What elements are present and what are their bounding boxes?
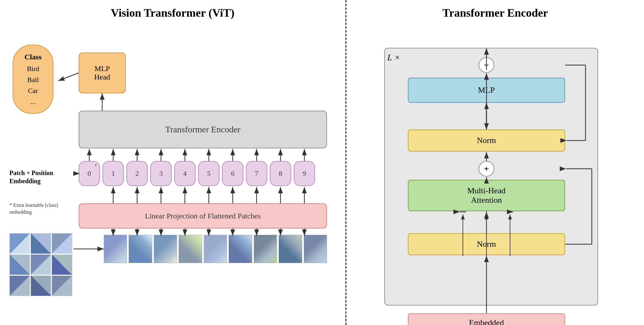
source-image-grid	[9, 233, 72, 296]
vit-title: Vision Transformer (ViT)	[6, 6, 339, 19]
l-times-label: L ×	[387, 52, 400, 63]
linear-proj-label: Linear Projection of Flattened Patches	[145, 212, 261, 220]
tokens-row: 0* 1 2 3 4 5 6 7 8 9	[79, 161, 327, 186]
mlp-head-label: MLPHead	[94, 64, 110, 81]
patch-pos-label: Patch + PositionEmbedding	[9, 169, 72, 185]
token-0: 0*	[79, 161, 100, 186]
img-cell-5	[31, 255, 51, 275]
class-label: Class	[25, 51, 42, 63]
token-6: 6	[222, 161, 243, 186]
patch-9	[304, 235, 327, 263]
token-8: 8	[270, 161, 291, 186]
class-ellipsis: ...	[31, 96, 36, 107]
patch-5	[204, 235, 227, 263]
token-4-label: 4	[183, 169, 187, 178]
class-bird: Bird	[27, 63, 39, 74]
token-5: 5	[198, 161, 219, 186]
img-cell-4	[10, 255, 30, 275]
left-panel: Vision Transformer (ViT) Class Bird Ball…	[0, 0, 345, 325]
img-cell-1	[10, 234, 30, 254]
enc-embedded-box: EmbeddedPatches	[408, 313, 565, 325]
token-8-label: 8	[279, 169, 282, 178]
enc-norm2-box: Norm	[408, 233, 565, 255]
class-box: Class Bird Ball Car ...	[13, 45, 53, 114]
patch-8	[279, 235, 302, 263]
transformer-encoder-label: Transformer Encoder	[165, 124, 240, 135]
enc-mha-label: Multi-HeadAttention	[467, 186, 505, 205]
token-4: 4	[174, 161, 196, 186]
plus-top-label: +	[484, 60, 489, 70]
img-cell-8	[31, 276, 51, 296]
plus-circle-mid: +	[479, 161, 494, 177]
mlp-head-box: MLPHead	[79, 52, 126, 93]
token-2-label: 2	[136, 169, 139, 178]
enc-mlp-box: MLP	[408, 78, 565, 103]
img-cell-6	[52, 255, 72, 275]
token-1-label: 1	[112, 169, 115, 178]
l-label: L	[387, 52, 392, 62]
img-cell-7	[10, 276, 30, 296]
enc-mha-box: Multi-HeadAttention	[408, 180, 565, 211]
patch-4	[179, 235, 202, 263]
patch-2	[129, 235, 152, 263]
token-3: 3	[150, 161, 172, 186]
token-9-label: 9	[303, 169, 306, 178]
enc-norm1-label: Norm	[477, 136, 496, 145]
patch-3	[154, 235, 177, 263]
token-1: 1	[103, 161, 124, 186]
img-cell-2	[31, 234, 51, 254]
plus-circle-top: +	[479, 57, 494, 73]
times-label: ×	[394, 52, 400, 62]
token-5-label: 5	[207, 169, 211, 178]
token-6-label: 6	[231, 169, 235, 178]
enc-norm1-box: Norm	[408, 129, 565, 151]
patch-1	[104, 235, 127, 263]
transformer-encoder-box: Transformer Encoder	[79, 111, 327, 148]
token-9: 9	[294, 161, 315, 186]
enc-mlp-label: MLP	[478, 85, 495, 95]
class-ball: Ball	[27, 74, 39, 85]
transformer-encoder-title: Transformer Encoder	[359, 6, 631, 19]
token-3-label: 3	[159, 169, 163, 178]
right-panel: Transformer Encoder L × + MLP Norm + Mul…	[347, 0, 644, 325]
token-2: 2	[126, 161, 148, 186]
encoder-detail: L × + MLP Norm + Multi-HeadAttention Nor…	[359, 26, 631, 325]
vit-diagram: Class Bird Ball Car ... MLPHead Transfor…	[6, 26, 339, 325]
plus-mid-label: +	[484, 164, 489, 174]
token-7: 7	[246, 161, 267, 186]
patch-6	[229, 235, 252, 263]
img-cell-9	[52, 276, 72, 296]
patch-pos-bold: Patch + PositionEmbedding	[9, 169, 53, 185]
enc-norm2-label: Norm	[477, 240, 496, 249]
token-0-label: 0*	[88, 169, 91, 178]
class-car: Car	[28, 85, 38, 96]
img-cell-3	[52, 234, 72, 254]
patches-row	[104, 235, 327, 263]
linear-proj-box: Linear Projection of Flattened Patches	[79, 203, 327, 229]
enc-embedded-label: EmbeddedPatches	[469, 318, 504, 325]
svg-line-1	[58, 73, 79, 81]
token-7-label: 7	[255, 169, 258, 178]
patch-7	[254, 235, 277, 263]
class-embedding-note: * Extra learnable [class] embedding	[9, 202, 75, 216]
